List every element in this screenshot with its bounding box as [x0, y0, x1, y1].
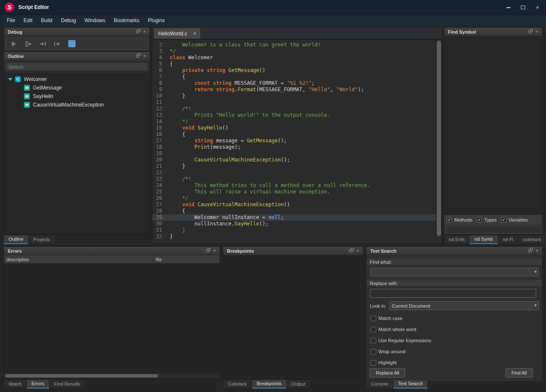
menu-item-file[interactable]: File — [3, 16, 19, 25]
code-line-8[interactable]: 8 const string MESSAGE_FORMAT = "%1 %2!"… — [152, 80, 436, 86]
maximize-button[interactable] — [517, 3, 529, 13]
code-line-29[interactable]: 29 Welcomer nullInstance = null; — [152, 214, 436, 221]
code-line-2[interactable]: 2 Welcomer is a class that can greet the… — [152, 42, 436, 48]
float-panel-button[interactable] — [134, 53, 140, 59]
code-line-19[interactable]: 19 — [152, 150, 436, 157]
code-line-9[interactable]: 9 return string.Format(MESSAGE_FORMAT, "… — [152, 86, 436, 93]
outline-item-sayhello[interactable]: MSayHello — [4, 92, 150, 101]
code-line-25[interactable]: 25 This will raise a virtual machine exc… — [152, 189, 436, 195]
code-line-22[interactable]: 22 — [152, 170, 436, 176]
tab-text-search[interactable]: Text Search — [393, 379, 428, 389]
checkbox-box-icon[interactable] — [371, 360, 376, 366]
code-line-32[interactable]: 32} — [152, 233, 436, 240]
checkbox-box-icon[interactable] — [371, 338, 376, 343]
tab-output[interactable]: Output — [287, 379, 311, 389]
menu-item-build[interactable]: Build — [37, 16, 57, 25]
code-line-17[interactable]: 17 string message = GetMessage(); — [152, 138, 436, 144]
chevron-down-icon[interactable]: ▾ — [534, 269, 537, 274]
code-line-7[interactable]: 7 { — [152, 74, 436, 80]
tab-callstack[interactable]: Callstack — [223, 379, 252, 389]
menu-item-edit[interactable]: Edit — [19, 16, 37, 25]
replace-all-button[interactable]: Replace All — [370, 368, 405, 378]
checkbox-box-icon[interactable]: ✓ — [447, 217, 452, 222]
code-line-28[interactable]: 28 { — [152, 208, 436, 214]
code-line-6[interactable]: 6 private string GetMessage() — [152, 67, 436, 74]
find-what-combobox[interactable]: ▾ — [370, 268, 539, 277]
float-panel-button[interactable] — [527, 29, 533, 35]
code-line-26[interactable]: 26 */ — [152, 195, 436, 202]
play-button[interactable] — [9, 39, 18, 49]
scrollbar-thumb[interactable] — [5, 374, 158, 378]
scrollbar-thumb[interactable] — [437, 41, 441, 236]
code-line-27[interactable]: 27 void CauseVirtualMachineException() — [152, 202, 436, 208]
tab-errors[interactable]: Errors — [27, 379, 49, 389]
float-panel-button[interactable] — [348, 248, 354, 254]
chevron-down-icon[interactable]: ▾ — [534, 303, 537, 308]
menu-item-windows[interactable]: Windows — [80, 16, 110, 25]
code-line-11[interactable]: 11 — [152, 99, 436, 106]
errors-hscrollbar[interactable] — [4, 373, 219, 378]
close-button[interactable]: × — [531, 3, 543, 13]
editor-scrollbar[interactable] — [436, 40, 441, 243]
column-file[interactable]: file — [153, 257, 220, 262]
checkbox-box-icon[interactable] — [371, 327, 376, 332]
expand-arrow-icon[interactable] — [8, 78, 12, 81]
code-line-24[interactable]: 24 This method tries to call a method ov… — [152, 182, 436, 189]
code-line-12[interactable]: 12 /*! — [152, 106, 436, 112]
code-line-23[interactable]: 23 /*! — [152, 176, 436, 182]
checkbox-use-regular-expressions[interactable]: Use Regular Expressions — [371, 335, 542, 346]
checkbox-box-icon[interactable] — [371, 349, 376, 355]
editor-tab-helloworld[interactable]: HelloWorld.c × — [154, 28, 201, 39]
code-line-21[interactable]: 21 } — [152, 163, 436, 170]
code-line-3[interactable]: 3*/ — [152, 48, 436, 55]
code-line-13[interactable]: 13 Prints "Hello world!" to the output c… — [152, 112, 436, 118]
tab-nd-fi[interactable]: nd Fi — [498, 235, 518, 244]
checkbox-methods[interactable]: ✓Methods — [447, 217, 472, 222]
close-panel-button[interactable]: × — [142, 53, 148, 59]
code-line-31[interactable]: 31 } — [152, 227, 436, 233]
close-panel-button[interactable]: × — [355, 248, 361, 254]
code-line-16[interactable]: 16 { — [152, 131, 436, 138]
outline-item-getmessage[interactable]: MGetMessage — [4, 84, 150, 92]
float-panel-button[interactable] — [204, 248, 210, 254]
outline-search-input[interactable] — [6, 62, 148, 71]
code-line-5[interactable]: 5{ — [152, 61, 436, 67]
menu-item-debug[interactable]: Debug — [57, 16, 80, 25]
outline-item-causevirtualmachineexception[interactable]: MCauseVirtualMachineException — [4, 101, 150, 109]
stop-button[interactable] — [67, 39, 76, 49]
code-line-10[interactable]: 10 } — [152, 93, 436, 99]
code-line-30[interactable]: 30 nullInstance.SayHello(); — [152, 221, 436, 227]
tab-nd-symb[interactable]: nd Symb — [470, 235, 498, 244]
tab-projects[interactable]: Projects — [29, 235, 55, 244]
code-line-4[interactable]: 4class Welcomer — [152, 55, 436, 61]
step-out-button[interactable] — [52, 39, 62, 49]
close-panel-button[interactable]: × — [534, 29, 540, 35]
minimize-button[interactable] — [502, 3, 514, 13]
tab-console[interactable]: Console — [366, 379, 393, 389]
close-panel-button[interactable]: × — [142, 29, 148, 35]
code-editor[interactable]: 2 Welcomer is a class that can greet the… — [152, 39, 442, 244]
code-line-15[interactable]: 15 void SayHello() — [152, 125, 436, 131]
tab-outline[interactable]: Outline — [3, 235, 29, 244]
step-into-button[interactable] — [38, 39, 47, 49]
code-line-14[interactable]: 14 */ — [152, 118, 436, 125]
replace-with-input[interactable] — [370, 289, 536, 298]
tab-breakpoints[interactable]: Breakpoints — [252, 379, 287, 389]
menu-item-plugins[interactable]: Plugins — [144, 16, 169, 25]
code-line-18[interactable]: 18 Print(message); — [152, 144, 436, 150]
find-symbol-input[interactable] — [445, 225, 541, 233]
tab-watch[interactable]: Watch — [3, 379, 27, 389]
column-description[interactable]: description — [4, 255, 153, 263]
checkbox-types[interactable]: ✓Types — [476, 217, 497, 222]
step-over-button[interactable] — [23, 39, 33, 49]
tab-nd-entit[interactable]: nd Entit — [444, 235, 470, 244]
code-line-20[interactable]: 20 CauseVirtualMachineException(); — [152, 157, 436, 163]
checkbox-box-icon[interactable]: ✓ — [501, 217, 507, 222]
look-in-combobox[interactable]: Current Document ▾ — [389, 301, 539, 310]
checkbox-match-case[interactable]: Match case — [371, 313, 542, 324]
checkbox-box-icon[interactable]: ✓ — [476, 217, 482, 222]
menu-item-bookmarks[interactable]: Bookmarks — [110, 16, 144, 25]
tab-find-results[interactable]: Find Results — [49, 379, 85, 389]
checkbox-wrap-around[interactable]: Wrap around — [371, 346, 542, 357]
close-panel-button[interactable]: × — [212, 248, 218, 254]
